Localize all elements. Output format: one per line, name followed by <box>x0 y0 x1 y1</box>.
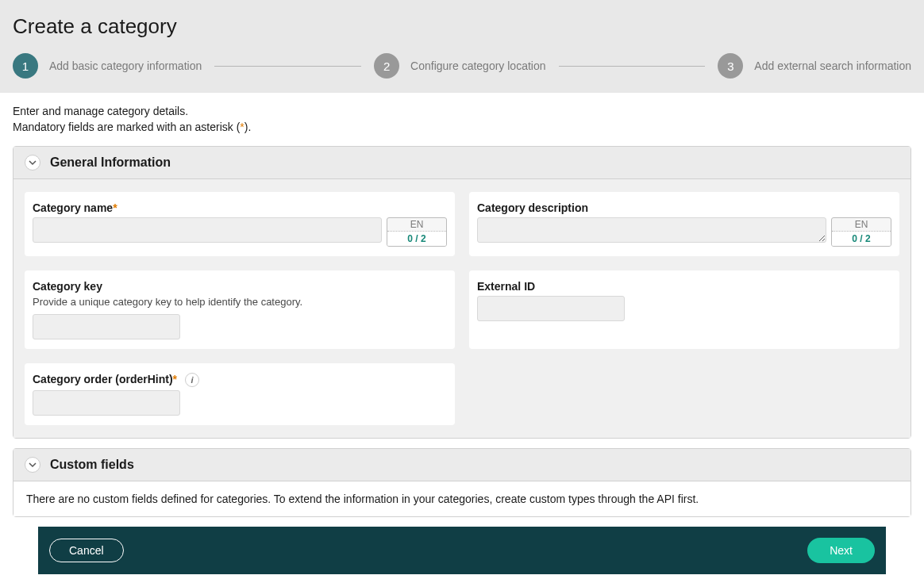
section-title: Custom fields <box>50 458 134 472</box>
page-title: Create a category <box>13 14 911 39</box>
category-description-input[interactable] <box>477 217 826 243</box>
field-label: Category name* <box>33 201 447 214</box>
field-category-name: Category name* EN 0 / 2 <box>25 192 455 256</box>
step-circle-1: 1 <box>13 53 38 79</box>
field-category-description: Category description EN 0 / 2 <box>469 192 899 256</box>
lang-counter[interactable]: EN 0 / 2 <box>387 217 447 247</box>
category-key-input[interactable] <box>33 314 180 339</box>
external-id-input[interactable] <box>477 296 625 321</box>
next-button[interactable]: Next <box>807 538 875 563</box>
field-category-key: Category key Provide a unique category k… <box>25 270 455 349</box>
field-label: External ID <box>477 280 891 293</box>
section-general-information: General Information Category name* EN 0 … <box>13 146 911 439</box>
chevron-down-icon[interactable] <box>25 155 40 171</box>
footer-bar: Cancel Next <box>38 527 886 574</box>
chevron-down-icon[interactable] <box>25 457 40 473</box>
section-custom-fields: Custom fields There are no custom fields… <box>13 448 911 517</box>
info-icon[interactable]: i <box>185 373 199 387</box>
custom-fields-empty-text: There are no custom fields defined for c… <box>13 481 911 516</box>
step-1[interactable]: 1 Add basic category information <box>13 53 202 79</box>
field-category-order: Category order (orderHint)* i <box>25 363 455 425</box>
section-header-custom[interactable]: Custom fields <box>13 449 911 481</box>
step-circle-2: 2 <box>374 53 399 79</box>
step-label-3: Add external search information <box>754 59 911 72</box>
step-3[interactable]: 3 Add external search information <box>718 53 911 79</box>
field-label: Category order (orderHint)* i <box>33 373 447 387</box>
step-label-1: Add basic category information <box>49 59 202 72</box>
stepper: 1 Add basic category information 2 Confi… <box>13 53 911 93</box>
field-label: Category key <box>33 280 447 293</box>
category-order-input[interactable] <box>33 390 180 416</box>
section-header-general[interactable]: General Information <box>13 147 911 179</box>
step-line <box>559 66 706 67</box>
lang-counter[interactable]: EN 0 / 2 <box>831 217 891 247</box>
step-circle-3: 3 <box>718 53 743 79</box>
step-label-2: Configure category location <box>410 59 545 72</box>
category-name-input[interactable] <box>33 217 382 243</box>
cancel-button[interactable]: Cancel <box>49 539 124 562</box>
step-line <box>214 66 361 67</box>
field-label: Category description <box>477 201 891 214</box>
field-hint: Provide a unique category key to help id… <box>33 296 447 308</box>
field-external-id: External ID <box>469 270 899 349</box>
section-title: General Information <box>50 155 171 170</box>
instructions: Enter and manage category details. Manda… <box>0 93 924 146</box>
step-2[interactable]: 2 Configure category location <box>374 53 545 79</box>
